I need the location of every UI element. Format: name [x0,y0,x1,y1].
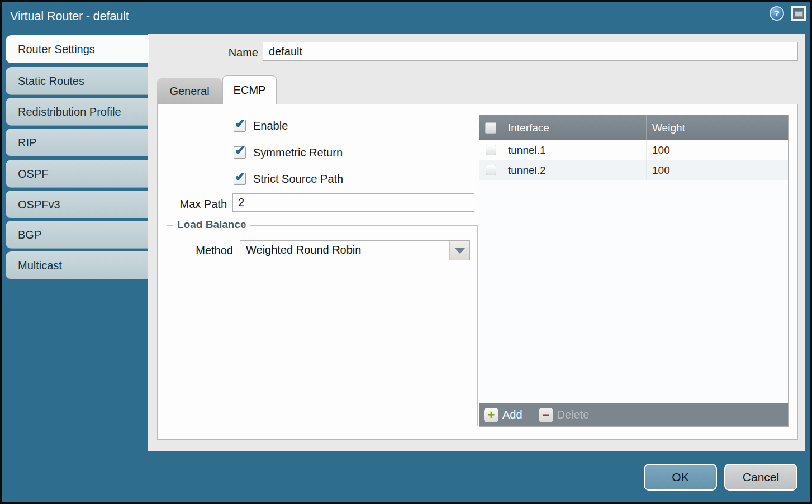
dialog-title: Virtual Router - default [10,9,129,23]
screen: Virtual Router - default ? Router Settin… [0,0,812,504]
window-icon[interactable] [791,6,806,21]
symmetric-return-checkbox[interactable]: ✔ [234,146,246,159]
strict-source-path-checkbox[interactable]: ✔ [234,173,246,185]
enable-row: ✔ Enable [234,119,288,132]
interface-table: Interface Weight tunnel.1 100 [479,115,789,427]
strict-source-path-label: Strict Source Path [253,173,343,186]
table-header: Interface Weight [479,115,788,140]
add-icon[interactable]: + [484,408,498,422]
chevron-down-icon [455,248,465,254]
max-path-label: Max Path [169,198,227,211]
select-all-checkbox[interactable] [485,122,496,134]
column-header-weight[interactable]: Weight [646,115,788,140]
tab-ecmp[interactable]: ECMP [222,75,277,104]
table-row[interactable]: tunnel.2 100 [479,160,788,180]
column-header-interface[interactable]: Interface [502,115,646,140]
table-row[interactable]: tunnel.1 100 [479,140,788,160]
sidebar-item-router-settings[interactable]: Router Settings [6,35,149,63]
cancel-button[interactable]: Cancel [724,464,797,491]
checkmark-icon: ✔ [235,116,245,131]
window-icon-pane [795,11,803,17]
tab-general[interactable]: General [157,78,222,104]
delete-icon: − [539,408,553,422]
delete-button: Delete [557,408,590,421]
sidebar-item-multicast[interactable]: Multicast [6,251,149,279]
cell-interface: tunnel.1 [502,140,646,160]
sidebar-item-static-routes[interactable]: Static Routes [6,67,149,95]
method-label: Method [177,244,233,257]
symmetric-return-label: Symmetric Return [253,146,343,159]
sidebar-item-redistribution-profile[interactable]: Redistribution Profile [6,98,149,126]
sidebar-item-ospfv3[interactable]: OSPFv3 [6,191,149,218]
ok-button[interactable]: OK [644,464,717,491]
row-checkbox[interactable] [486,145,496,155]
checkmark-icon: ✔ [235,169,245,184]
content-panel: Name General ECMP ✔ Enable ✔ [148,34,805,451]
symmetric-return-row: ✔ Symmetric Return [234,146,343,159]
strict-source-path-row: ✔ Strict Source Path [234,172,343,186]
sidebar-item-rip[interactable]: RIP [6,129,149,156]
add-button[interactable]: Add [502,408,523,421]
cell-weight: 100 [646,160,788,180]
dropdown-button[interactable] [449,241,469,260]
row-checkbox-cell [479,165,502,175]
row-checkbox-cell [479,145,502,155]
cell-weight: 100 [646,140,788,160]
checkmark-icon: ✔ [235,143,245,158]
name-input[interactable] [263,42,798,61]
ecmp-panel: ✔ Enable ✔ Symmetric Return ✔ [157,104,798,440]
method-value: Weighted Round Robin [246,244,361,256]
method-dropdown[interactable]: Weighted Round Robin [240,240,470,260]
header-checkbox-cell [479,122,502,134]
virtual-router-dialog: Virtual Router - default ? Router Settin… [0,0,812,504]
sidebar-item-ospf[interactable]: OSPF [6,160,149,188]
help-icon[interactable]: ? [770,6,784,21]
sidebar-item-bgp[interactable]: BGP [6,221,149,249]
row-checkbox[interactable] [486,165,496,175]
name-label: Name [204,46,258,59]
enable-label: Enable [253,120,288,132]
load-balance-legend: Load Balance [173,218,250,231]
max-path-input[interactable] [232,193,474,212]
cell-interface: tunnel.2 [502,160,646,180]
table-empty-area [479,180,788,403]
table-footer-toolbar: + Add − Delete [479,403,788,426]
enable-checkbox[interactable]: ✔ [234,120,246,132]
